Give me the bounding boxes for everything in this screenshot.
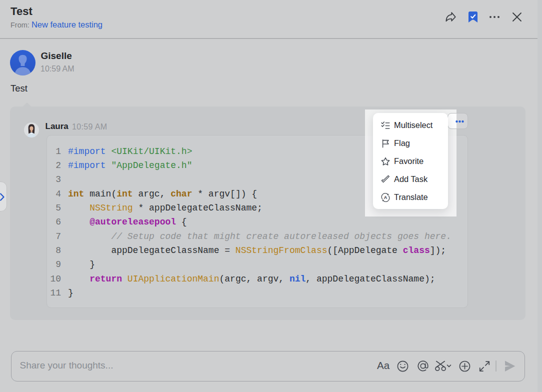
- svg-text:A: A: [384, 195, 388, 200]
